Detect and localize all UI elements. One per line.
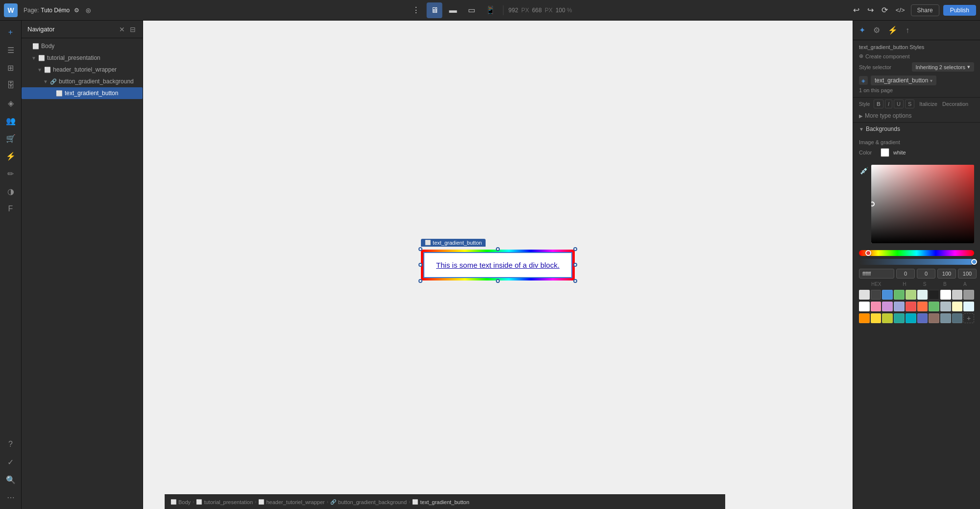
- swatch-#ff7043[interactable]: [917, 302, 928, 311]
- nav-item-tutorial-presentation[interactable]: ▼ ⬜ tutorial_presentation: [22, 52, 143, 64]
- swatch-#ffffff[interactable]: [940, 290, 951, 300]
- swatch-#78909c[interactable]: [940, 313, 951, 323]
- refresh-icon[interactable]: ⟳: [880, 3, 890, 17]
- swatch-#b0bec5[interactable]: [940, 302, 951, 311]
- a-input[interactable]: [958, 269, 977, 279]
- sidebar-icon-pages[interactable]: ⊞: [3, 60, 19, 76]
- swatch-#26a69a[interactable]: [894, 313, 905, 323]
- tab-styles[interactable]: ✦: [857, 24, 867, 37]
- swatch-add-btn[interactable]: +: [963, 313, 974, 323]
- handle-tc[interactable]: [496, 247, 500, 251]
- swatch-#9fa8da[interactable]: [894, 302, 905, 311]
- tab-interactions[interactable]: ⚡: [886, 24, 900, 37]
- swatch-#66bb6a[interactable]: [894, 290, 905, 300]
- strikethrough-button[interactable]: S: [905, 100, 914, 108]
- color-swatch[interactable]: [881, 148, 889, 157]
- breadcrumb-text[interactable]: ⬜ text_gradient_button: [412, 499, 469, 505]
- h-input[interactable]: [896, 269, 915, 279]
- mobile-view-icon[interactable]: 📱: [483, 2, 498, 18]
- swatch-#fdd835[interactable]: [871, 313, 882, 323]
- backgrounds-section-header[interactable]: ▼ Backgrounds: [853, 122, 980, 135]
- sidebar-icon-add[interactable]: +: [3, 25, 19, 40]
- swatch-#999999[interactable]: [963, 290, 974, 300]
- handle-bl[interactable]: [418, 279, 422, 283]
- canvas-area[interactable]: ⬜ text_gradient_button This is some text…: [143, 21, 853, 509]
- sidebar-icon-ecommerce[interactable]: 🛒: [3, 130, 19, 146]
- handle-bc[interactable]: [496, 279, 500, 283]
- swatch-#fff9c4[interactable]: [952, 302, 963, 311]
- page-status-icon[interactable]: ◎: [83, 2, 93, 18]
- swatch-#e0e0e0[interactable]: [859, 290, 870, 300]
- create-component-btn[interactable]: ⊕ Create component: [859, 53, 910, 59]
- underline-button[interactable]: U: [894, 100, 904, 108]
- sidebar-icon-navigator[interactable]: ☰: [3, 42, 19, 58]
- swatch-#546e7a[interactable]: [952, 313, 963, 323]
- sidebar-icon-pen[interactable]: ✏: [3, 166, 19, 181]
- handle-tl[interactable]: [418, 247, 422, 251]
- style-selector-value-btn[interactable]: Inheriting 2 selectors ▾: [912, 62, 975, 72]
- swatch-#5c6bc0[interactable]: [917, 313, 928, 323]
- color-picker-gradient[interactable]: [871, 165, 974, 243]
- sidebar-icon-cms[interactable]: 🗄: [3, 77, 19, 93]
- swatch-#ff8f00[interactable]: [859, 313, 870, 323]
- sidebar-icon-help[interactable]: ?: [3, 436, 19, 452]
- b-input[interactable]: [937, 269, 956, 279]
- handle-mr[interactable]: [573, 263, 577, 267]
- tab-settings[interactable]: ⚙: [871, 24, 882, 37]
- nav-item-header-wrapper[interactable]: ▼ ⬜ header_tutoriel_wrapper: [22, 64, 143, 76]
- nav-item-body[interactable]: ⬜ Body: [22, 40, 143, 52]
- sidebar-icon-tasks[interactable]: ✓: [3, 454, 19, 470]
- more-type-options-row[interactable]: ▶ More type options: [853, 109, 980, 122]
- swatch-#ce93d8[interactable]: [882, 302, 893, 311]
- tablet-view-icon[interactable]: ▬: [445, 2, 461, 18]
- redo-icon[interactable]: ↪: [865, 3, 876, 17]
- class-pill[interactable]: text_gradient_button ▾: [871, 76, 936, 85]
- swatch-#66bb6a[interactable]: [929, 302, 939, 311]
- breadcrumb-body[interactable]: ⬜ Body: [171, 499, 191, 505]
- sidebar-icon-logic[interactable]: ⚡: [3, 148, 19, 164]
- sidebar-icon-more[interactable]: ⋯: [3, 489, 19, 505]
- swatch-#aed581[interactable]: [906, 290, 916, 300]
- swatch-#00acc1[interactable]: [906, 313, 916, 323]
- swatch-#e1f5fe[interactable]: [963, 302, 974, 311]
- nav-item-text-gradient[interactable]: ⬜ text_gradient_button: [22, 87, 143, 99]
- swatch-#4a90d9[interactable]: [882, 290, 893, 300]
- italic-button[interactable]: I: [885, 100, 892, 108]
- landscape-view-icon[interactable]: ▭: [464, 2, 480, 18]
- sidebar-icon-assets[interactable]: ◈: [3, 95, 19, 111]
- page-settings-icon[interactable]: ⚙: [72, 2, 81, 18]
- swatch-#424242[interactable]: [871, 290, 882, 300]
- swatch-#8d6e63[interactable]: [929, 313, 939, 323]
- alpha-slider[interactable]: [859, 259, 974, 265]
- handle-tr[interactable]: [573, 247, 577, 251]
- publish-button[interactable]: Publish: [943, 5, 976, 16]
- bold-button[interactable]: B: [874, 100, 883, 108]
- tab-publish[interactable]: ↑: [904, 24, 911, 37]
- sidebar-icon-components[interactable]: ◑: [3, 183, 19, 199]
- hue-slider[interactable]: [859, 250, 974, 256]
- handle-br[interactable]: [573, 279, 577, 283]
- code-icon[interactable]: </>: [894, 4, 907, 16]
- swatch-#e0f2f1[interactable]: [917, 290, 928, 300]
- handle-ml[interactable]: [418, 263, 422, 267]
- s-input[interactable]: [917, 269, 935, 279]
- swatch-#ef5350[interactable]: [906, 302, 916, 311]
- undo-icon[interactable]: ↩: [851, 3, 861, 17]
- swatch-#cccccc[interactable]: [952, 290, 963, 300]
- canvas-inner[interactable]: This is some text inside of a div block.: [423, 252, 572, 278]
- swatch-#ffffff[interactable]: [859, 302, 870, 311]
- swatch-#c0ca33[interactable]: [882, 313, 893, 323]
- desktop-view-icon[interactable]: 🖥: [427, 2, 442, 18]
- sidebar-icon-search[interactable]: 🔍: [3, 472, 19, 487]
- swatch-#f48fb1[interactable]: [871, 302, 882, 311]
- breadcrumb-header-wrapper[interactable]: ⬜ header_tutoriel_wrapper: [258, 499, 324, 505]
- sidebar-icon-fonts[interactable]: F: [3, 201, 19, 217]
- share-button[interactable]: Share: [911, 4, 939, 16]
- navigator-close-btn[interactable]: ✕: [118, 25, 126, 34]
- swatch-#212121[interactable]: [929, 290, 939, 300]
- sidebar-icon-users[interactable]: 👥: [3, 113, 19, 128]
- hex-input[interactable]: [859, 269, 894, 279]
- eyedropper-icon[interactable]: 💉: [859, 166, 869, 176]
- more-options-icon[interactable]: ⋮: [408, 2, 424, 18]
- breadcrumb-tutorial[interactable]: ⬜ tutorial_presentation: [196, 499, 253, 505]
